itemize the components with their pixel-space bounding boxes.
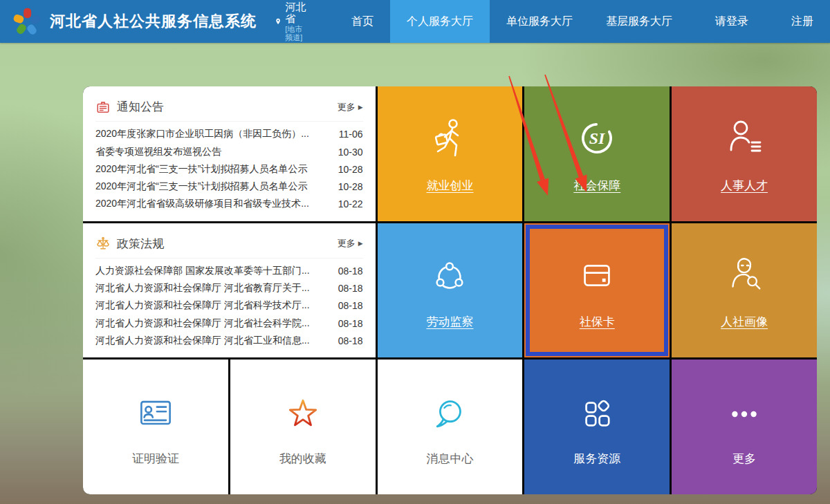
tile-message-center[interactable]: 消息中心	[378, 360, 523, 494]
nav-register[interactable]: 注册	[775, 0, 830, 43]
notice-item: 省委专项巡视组发布巡视公告10-30	[95, 146, 363, 158]
location-channel: [地市频道]	[285, 25, 307, 42]
tile-hr-portrait[interactable]: 人社画像	[672, 223, 817, 358]
notice-date: 10-28	[338, 181, 363, 192]
tile-favorites[interactable]: 我的收藏	[230, 360, 376, 494]
notice-date: 10-22	[338, 198, 363, 209]
location-name: 河北省	[285, 1, 307, 25]
top-navbar: 河北省人社公共服务信息系统 河北省 [地市频道] 首页 个人服务大厅 单位服务大…	[0, 0, 830, 43]
policy-link[interactable]: 人力资源社会保障部 国家发展改革委等十五部门...	[95, 265, 329, 277]
tile-employment[interactable]: 就业创业	[378, 86, 523, 221]
nav-home[interactable]: 首页	[335, 0, 390, 43]
social-insurance-icon: SI	[574, 115, 620, 161]
certificate-verify-icon	[135, 393, 176, 434]
notices-more-link[interactable]: 更多	[338, 101, 363, 113]
location-selector[interactable]: 河北省 [地市频道]	[275, 1, 307, 42]
social-security-card-icon	[575, 254, 618, 297]
notice-link[interactable]: 2020年河北省“三支一扶”计划拟招募人员名单公示	[95, 163, 329, 176]
notices-title: 通知公告	[117, 99, 164, 115]
tile-labor-supervision[interactable]: 劳动监察	[378, 223, 523, 358]
notice-item: 2020年河北省“三支一扶”计划拟招募人员名单公示10-28	[95, 163, 363, 176]
nav-personal-hall[interactable]: 个人服务大厅	[390, 0, 490, 43]
policy-item: 河北省人力资源和社会保障厅 河北省工业和信息...08-18	[95, 335, 363, 347]
notice-link[interactable]: 省委专项巡视组发布巡视公告	[95, 146, 329, 158]
policy-link[interactable]: 河北省人力资源和社会保障厅 河北省科学技术厅...	[95, 299, 329, 312]
notice-item: 2020年河北省“三支一扶”计划拟招募人员名单公示10-28	[95, 180, 363, 193]
tile-social-security-card[interactable]: 社保卡	[524, 223, 670, 358]
notice-date: 10-28	[338, 164, 363, 175]
policy-date: 08-18	[338, 283, 363, 294]
policies-panel: 政策法规 更多 人力资源社会保障部 国家发展改革委等十五部门...08-18 河…	[83, 223, 376, 358]
main-nav: 首页 个人服务大厅 单位服务大厅 基层服务大厅 请登录 注册	[335, 0, 830, 43]
notice-date: 11-06	[339, 129, 363, 140]
nav-unit-hall[interactable]: 单位服务大厅	[490, 0, 589, 43]
favorites-star-icon	[282, 393, 324, 434]
policy-item: 河北省人力资源和社会保障厅 河北省教育厅关于...08-18	[95, 282, 363, 295]
site-logo-icon	[12, 7, 42, 36]
labor-supervision-icon	[428, 254, 471, 297]
service-grid: 通知公告 更多 2020年度张家口市企业职工因病（非因工负伤）...11-06 …	[83, 86, 817, 494]
employment-icon	[427, 117, 472, 161]
policy-date: 08-18	[338, 265, 363, 277]
notices-panel: 通知公告 更多 2020年度张家口市企业职工因病（非因工负伤）...11-06 …	[83, 86, 376, 221]
message-center-icon	[429, 393, 470, 434]
policy-date: 08-18	[338, 300, 363, 311]
policies-more-link[interactable]: 更多	[338, 237, 363, 250]
policy-date: 08-18	[338, 335, 363, 346]
policy-item: 河北省人力资源和社会保障厅 河北省科学技术厅...08-18	[95, 299, 363, 312]
law-scales-icon	[95, 236, 111, 251]
site-brand[interactable]: 河北省人社公共服务信息系统	[0, 7, 257, 36]
policy-item: 人力资源社会保障部 国家发展改革委等十五部门...08-18	[95, 265, 363, 277]
tile-social-insurance[interactable]: SI 社会保障	[524, 86, 670, 221]
policy-link[interactable]: 河北省人力资源和社会保障厅 河北省社会科学院...	[95, 317, 329, 330]
more-dots-icon	[724, 394, 764, 434]
tile-personnel[interactable]: 人事人才	[672, 86, 817, 221]
policy-link[interactable]: 河北省人力资源和社会保障厅 河北省教育厅关于...	[95, 282, 329, 295]
tile-certificate-verify[interactable]: 证明验证	[83, 360, 228, 494]
service-resources-icon	[577, 394, 617, 434]
personnel-icon	[722, 117, 766, 161]
policy-date: 08-18	[338, 318, 363, 329]
policy-link[interactable]: 河北省人力资源和社会保障厅 河北省工业和信息...	[95, 335, 329, 347]
nav-login[interactable]: 请登录	[699, 0, 765, 43]
notice-link[interactable]: 2020年河北省省级高级研修项目和省级专业技术...	[95, 198, 329, 210]
nav-grassroots-hall[interactable]: 基层服务大厅	[589, 0, 689, 43]
site-title: 河北省人社公共服务信息系统	[50, 11, 257, 32]
notice-date: 10-30	[338, 147, 363, 158]
svg-text:SI: SI	[589, 129, 605, 147]
notice-link[interactable]: 2020年河北省“三支一扶”计划拟招募人员名单公示	[95, 180, 329, 193]
tile-more[interactable]: 更多	[672, 360, 817, 494]
notice-item: 2020年河北省省级高级研修项目和省级专业技术...10-22	[95, 198, 363, 210]
notice-item: 2020年度张家口市企业职工因病（非因工负伤）...11-06	[95, 128, 363, 140]
notice-icon	[95, 100, 111, 115]
hr-portrait-icon	[723, 254, 766, 297]
notice-link[interactable]: 2020年度张家口市企业职工因病（非因工负伤）...	[95, 128, 329, 140]
tile-service-resources[interactable]: 服务资源	[524, 360, 670, 494]
policies-title: 政策法规	[117, 236, 164, 252]
location-pin-icon	[275, 15, 282, 28]
policy-item: 河北省人力资源和社会保障厅 河北省社会科学院...08-18	[95, 317, 363, 330]
